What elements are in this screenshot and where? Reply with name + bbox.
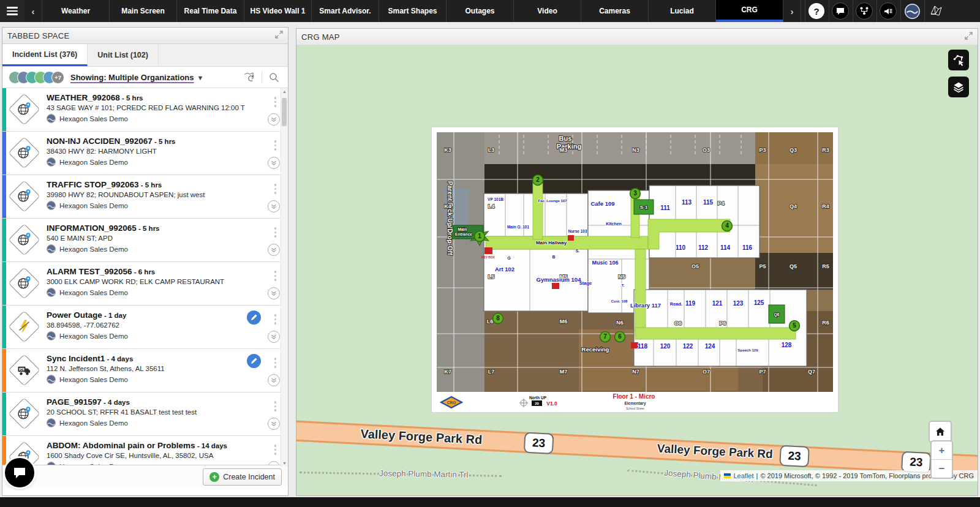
expand-map-icon[interactable] <box>965 32 973 42</box>
incident-list-item[interactable]: INFORMATION_992065 - 5 hrs540 E MAIN ST;… <box>2 219 288 262</box>
route-marker-4[interactable]: 4 <box>722 221 733 231</box>
incident-expand-button[interactable] <box>268 200 280 212</box>
search-icon[interactable] <box>266 72 282 83</box>
collaboration-icon[interactable] <box>853 0 875 22</box>
incident-expand-button[interactable] <box>268 287 280 299</box>
zoom-out-button[interactable]: − <box>932 459 952 478</box>
svg-text:S.: S. <box>576 249 580 253</box>
incident-type-icon <box>8 223 40 255</box>
nav-tab-video[interactable]: Video <box>514 0 581 22</box>
route-marker-8[interactable]: 8 <box>493 314 503 324</box>
incident-menu-button[interactable] <box>273 138 279 152</box>
incident-list-item[interactable]: ABDOM: Abdominal pain or Problems - 14 d… <box>2 436 288 467</box>
q6-label: Q6 <box>774 312 780 317</box>
school-floorplan-overlay[interactable]: Bus Parking Main Hallway Receiving Paren… <box>432 127 838 412</box>
scroll-down-icon[interactable]: ▼ <box>281 461 288 465</box>
incident-list-item[interactable]: ALARM TEST_992056 - 6 hrs3000 ELK CAMP W… <box>2 262 288 306</box>
incident-type-icon <box>8 267 40 299</box>
incident-menu-button[interactable] <box>273 95 279 109</box>
nav-scroll-right-icon[interactable]: › <box>783 0 801 22</box>
map-sync-icon[interactable] <box>242 72 258 83</box>
incident-expand-button[interactable] <box>268 157 280 169</box>
incident-expand-button[interactable] <box>268 244 280 256</box>
valley-forge-park-rd: Valley Forge Park Rd 23 Valley Forge Par… <box>296 420 978 477</box>
incident-list-item[interactable]: PAGE_991597 - 4 days20 SCHOOL ST; RFFR 4… <box>2 392 288 436</box>
trail-line: Joseph Plumb Martin Trl <box>300 471 502 477</box>
incident-list-item[interactable]: Power Outage - 1 day38.894598, -77.06276… <box>2 306 288 349</box>
route-marker-7[interactable]: 7 <box>600 332 611 342</box>
incident-menu-button[interactable] <box>273 269 279 283</box>
nav-icon-group: ? <box>805 0 947 22</box>
incident-menu-button[interactable] <box>273 356 279 370</box>
polygon-select-tool-button[interactable] <box>948 50 969 70</box>
route-marker-5[interactable]: 5 <box>790 321 800 331</box>
road-name-label: Valley Forge Park Rd <box>335 426 507 448</box>
scroll-up-icon[interactable]: ▲ <box>281 89 288 94</box>
incident-menu-button[interactable] <box>273 312 279 326</box>
route-marker-1[interactable]: 1 <box>475 231 485 242</box>
showing-filter-dropdown[interactable]: Showing: Multiple Organizations▼ <box>70 73 203 82</box>
layers-tool-button[interactable] <box>948 77 969 97</box>
incident-list-item[interactable]: WEATHER_992068 - 5 hrs43 SAGE WAY # 101;… <box>2 88 288 132</box>
route-marker-6[interactable]: 6 <box>615 332 625 342</box>
incident-menu-button[interactable] <box>273 182 279 196</box>
nav-tab-weather[interactable]: Weather <box>42 0 110 22</box>
scrollbar-thumb[interactable] <box>282 98 287 126</box>
parent-pickup-label: Parent Pick-Up/Drop-Off <box>447 181 454 255</box>
nav-scroll-left-icon[interactable]: ‹ <box>24 0 42 22</box>
road-name-label: Valley Forge Park Rd <box>629 440 801 462</box>
nav-tab-cameras[interactable]: Cameras <box>581 0 649 22</box>
leaflet-link[interactable]: Leaflet <box>733 472 753 479</box>
s1-label: S-1 <box>640 205 648 210</box>
incident-list-item[interactable]: TRAFFIC STOP_992063 - 5 hrs39980 HWY 82;… <box>2 175 288 219</box>
hexagon-wireframe-icon[interactable] <box>924 0 947 22</box>
map-zoom-control: + − <box>930 440 953 479</box>
route-marker-3[interactable]: 3 <box>630 189 641 199</box>
help-icon[interactable]: ? <box>805 0 827 22</box>
map-canvas[interactable]: Bus Parking Main Hallway Receiving Paren… <box>296 45 978 495</box>
nav-tab-hs-video-wall-1[interactable]: HS Video Wall 1 <box>244 0 312 22</box>
nav-tab-main-screen[interactable]: Main Screen <box>110 0 177 22</box>
account-globe-icon[interactable] <box>900 0 923 22</box>
edit-incident-button[interactable] <box>247 310 261 325</box>
svg-text:119: 119 <box>685 300 696 307</box>
organization-avatar-stack[interactable]: +7 <box>9 71 64 84</box>
incident-expand-button[interactable] <box>268 418 280 430</box>
incident-priority-bar <box>2 88 6 131</box>
incident-menu-button[interactable] <box>273 225 279 239</box>
list-scrollbar[interactable]: ▲▼ <box>281 88 288 467</box>
incident-menu-button[interactable] <box>273 399 279 413</box>
incident-age: - 5 hrs <box>137 225 160 232</box>
nav-tab-smart-advisor-[interactable]: Smart Advisor. <box>312 0 379 22</box>
incident-list-item[interactable]: NON-INJ ACCIDEN_992067 - 5 hrs38430 HWY … <box>2 132 288 175</box>
expand-panel-icon[interactable] <box>275 31 283 40</box>
incident-menu-button[interactable] <box>273 443 279 457</box>
edit-incident-button[interactable] <box>247 354 261 368</box>
svg-text:121: 121 <box>712 300 723 307</box>
nav-tab-smart-shapes[interactable]: Smart Shapes <box>379 0 447 22</box>
nav-tab-luciad[interactable]: Luciad <box>649 0 716 22</box>
create-incident-button[interactable]: + Create Incident <box>203 468 282 486</box>
incident-expand-button[interactable] <box>268 374 280 386</box>
incident-age: - 5 hrs <box>120 94 143 102</box>
flag-icon <box>724 473 731 478</box>
nav-tab-crg[interactable]: CRG <box>716 0 783 22</box>
incident-list-item[interactable]: Sync Incident1 - 4 days112 N. Jefferson … <box>2 349 288 392</box>
tab-incident-list[interactable]: Incident List (376) <box>2 44 88 66</box>
chat-bubble-button[interactable] <box>5 458 34 487</box>
zoom-in-button[interactable]: + <box>932 441 952 459</box>
chat-icon[interactable] <box>829 0 851 22</box>
incident-expand-button[interactable] <box>268 331 280 343</box>
tab-unit-list[interactable]: Unit List (102) <box>88 44 159 66</box>
incident-expand-button[interactable] <box>268 113 280 126</box>
svg-text:Cust. 108: Cust. 108 <box>611 299 628 303</box>
nav-tab-real-time-data[interactable]: Real Time Data <box>177 0 244 22</box>
nav-tab-outages[interactable]: Outages <box>447 0 514 22</box>
svg-text:Fac. Lounge 107: Fac. Lounge 107 <box>538 199 567 203</box>
svg-text:Q3: Q3 <box>790 147 797 153</box>
map-home-button[interactable] <box>929 421 952 443</box>
announcement-icon[interactable] <box>876 0 899 22</box>
menu-icon[interactable] <box>0 0 24 22</box>
svg-text:P4: P4 <box>717 200 724 206</box>
route-marker-2[interactable]: 2 <box>533 175 543 186</box>
